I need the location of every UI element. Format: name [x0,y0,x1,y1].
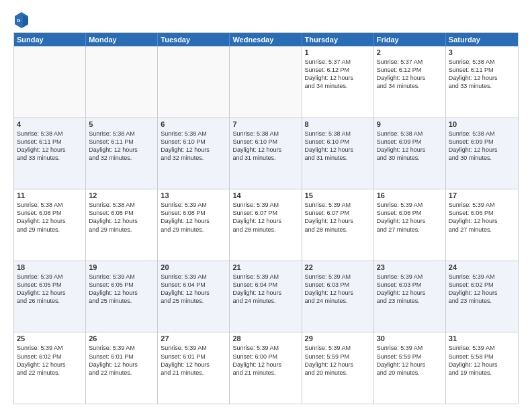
day-cell-5: 5Sunrise: 5:38 AMSunset: 6:11 PMDaylight… [86,118,158,189]
day-info: Sunrise: 5:39 AMSunset: 6:06 PMDaylight:… [377,201,443,234]
logo-icon: G [13,11,30,30]
day-cell-15: 15Sunrise: 5:39 AMSunset: 6:07 PMDayligh… [302,189,374,261]
day-cell-3: 3Sunrise: 5:38 AMSunset: 6:11 PMDaylight… [446,46,518,118]
day-cell-13: 13Sunrise: 5:39 AMSunset: 6:08 PMDayligh… [158,189,230,261]
day-cell-2: 2Sunrise: 5:37 AMSunset: 6:12 PMDaylight… [374,46,446,118]
day-number: 6 [161,120,226,128]
day-number: 19 [89,263,154,271]
day-number: 14 [232,191,298,199]
day-info: Sunrise: 5:37 AMSunset: 6:12 PMDaylight:… [305,58,371,91]
day-cell-8: 8Sunrise: 5:38 AMSunset: 6:10 PMDaylight… [302,118,374,189]
day-number: 9 [377,120,443,128]
calendar-body: 1Sunrise: 5:37 AMSunset: 6:12 PMDaylight… [14,46,518,404]
day-number: 26 [89,334,154,342]
day-cell-27: 27Sunrise: 5:39 AMSunset: 6:01 PMDayligh… [158,332,230,404]
day-cell-4: 4Sunrise: 5:38 AMSunset: 6:11 PMDaylight… [14,118,86,189]
day-number: 5 [89,120,154,128]
day-number: 31 [449,334,515,342]
header-day-wednesday: Wednesday [230,33,302,46]
day-number: 16 [377,191,443,199]
day-number: 3 [449,48,515,56]
day-info: Sunrise: 5:39 AMSunset: 6:06 PMDaylight:… [449,201,515,234]
day-cell-29: 29Sunrise: 5:39 AMSunset: 5:59 PMDayligh… [302,332,374,404]
day-cell-31: 31Sunrise: 5:39 AMSunset: 5:58 PMDayligh… [446,332,518,404]
day-info: Sunrise: 5:39 AMSunset: 6:07 PMDaylight:… [232,201,298,234]
day-info: Sunrise: 5:39 AMSunset: 6:05 PMDaylight:… [17,273,83,306]
day-info: Sunrise: 5:39 AMSunset: 6:01 PMDaylight:… [161,344,226,377]
empty-cell [86,46,158,118]
day-info: Sunrise: 5:39 AMSunset: 5:59 PMDaylight:… [377,344,443,377]
day-number: 24 [449,263,515,271]
header-day-sunday: Sunday [14,33,86,46]
day-info: Sunrise: 5:38 AMSunset: 6:08 PMDaylight:… [89,201,154,234]
day-number: 8 [305,120,371,128]
day-cell-17: 17Sunrise: 5:39 AMSunset: 6:06 PMDayligh… [446,189,518,261]
header: G [13,11,519,30]
day-cell-22: 22Sunrise: 5:39 AMSunset: 6:03 PMDayligh… [302,261,374,332]
day-info: Sunrise: 5:39 AMSunset: 6:02 PMDaylight:… [449,273,515,306]
day-number: 18 [17,263,83,271]
day-cell-23: 23Sunrise: 5:39 AMSunset: 6:03 PMDayligh… [374,261,446,332]
day-number: 15 [305,191,371,199]
page: G SundayMondayTuesdayWednesdayThursdayFr… [0,0,532,411]
day-number: 28 [232,334,298,342]
day-cell-19: 19Sunrise: 5:39 AMSunset: 6:05 PMDayligh… [86,261,158,332]
day-cell-16: 16Sunrise: 5:39 AMSunset: 6:06 PMDayligh… [374,189,446,261]
day-info: Sunrise: 5:39 AMSunset: 6:03 PMDaylight:… [377,273,443,306]
day-number: 17 [449,191,515,199]
day-number: 1 [305,48,371,56]
day-number: 4 [17,120,83,128]
day-number: 10 [449,120,515,128]
day-number: 29 [305,334,371,342]
empty-cell [14,46,86,118]
day-info: Sunrise: 5:39 AMSunset: 5:59 PMDaylight:… [305,344,371,377]
day-number: 12 [89,191,154,199]
week-row-0: 1Sunrise: 5:37 AMSunset: 6:12 PMDaylight… [14,46,518,118]
header-day-tuesday: Tuesday [158,33,230,46]
day-info: Sunrise: 5:38 AMSunset: 6:09 PMDaylight:… [377,130,443,163]
day-info: Sunrise: 5:39 AMSunset: 6:04 PMDaylight:… [161,273,226,306]
day-cell-24: 24Sunrise: 5:39 AMSunset: 6:02 PMDayligh… [446,261,518,332]
week-row-4: 25Sunrise: 5:39 AMSunset: 6:02 PMDayligh… [14,332,518,404]
day-info: Sunrise: 5:39 AMSunset: 6:00 PMDaylight:… [232,344,298,377]
day-number: 2 [377,48,443,56]
day-cell-7: 7Sunrise: 5:38 AMSunset: 6:10 PMDaylight… [230,118,302,189]
day-number: 30 [377,334,443,342]
day-info: Sunrise: 5:39 AMSunset: 5:58 PMDaylight:… [449,344,515,377]
svg-text:G: G [17,18,21,23]
empty-cell [158,46,230,118]
week-row-2: 11Sunrise: 5:38 AMSunset: 6:08 PMDayligh… [14,189,518,261]
header-day-friday: Friday [374,33,446,46]
day-cell-28: 28Sunrise: 5:39 AMSunset: 6:00 PMDayligh… [230,332,302,404]
day-number: 7 [232,120,298,128]
day-number: 20 [161,263,226,271]
day-number: 22 [305,263,371,271]
day-info: Sunrise: 5:38 AMSunset: 6:11 PMDaylight:… [89,130,154,163]
day-cell-1: 1Sunrise: 5:37 AMSunset: 6:12 PMDaylight… [302,46,374,118]
day-info: Sunrise: 5:38 AMSunset: 6:10 PMDaylight:… [232,130,298,163]
day-cell-18: 18Sunrise: 5:39 AMSunset: 6:05 PMDayligh… [14,261,86,332]
day-info: Sunrise: 5:39 AMSunset: 6:07 PMDaylight:… [305,201,371,234]
day-number: 13 [161,191,226,199]
day-info: Sunrise: 5:39 AMSunset: 6:01 PMDaylight:… [89,344,154,377]
day-number: 25 [17,334,83,342]
day-info: Sunrise: 5:39 AMSunset: 6:02 PMDaylight:… [17,344,83,377]
header-day-monday: Monday [86,33,158,46]
week-row-1: 4Sunrise: 5:38 AMSunset: 6:11 PMDaylight… [14,118,518,190]
day-cell-6: 6Sunrise: 5:38 AMSunset: 6:10 PMDaylight… [158,118,230,189]
day-info: Sunrise: 5:38 AMSunset: 6:08 PMDaylight:… [17,201,83,234]
day-cell-21: 21Sunrise: 5:39 AMSunset: 6:04 PMDayligh… [230,261,302,332]
day-cell-9: 9Sunrise: 5:38 AMSunset: 6:09 PMDaylight… [374,118,446,189]
logo: G [13,11,32,30]
day-cell-11: 11Sunrise: 5:38 AMSunset: 6:08 PMDayligh… [14,189,86,261]
day-info: Sunrise: 5:38 AMSunset: 6:11 PMDaylight:… [449,58,515,91]
day-info: Sunrise: 5:39 AMSunset: 6:03 PMDaylight:… [305,273,371,306]
day-number: 21 [232,263,298,271]
day-cell-26: 26Sunrise: 5:39 AMSunset: 6:01 PMDayligh… [86,332,158,404]
week-row-3: 18Sunrise: 5:39 AMSunset: 6:05 PMDayligh… [14,261,518,333]
day-info: Sunrise: 5:39 AMSunset: 6:08 PMDaylight:… [161,201,226,234]
day-cell-25: 25Sunrise: 5:39 AMSunset: 6:02 PMDayligh… [14,332,86,404]
day-info: Sunrise: 5:38 AMSunset: 6:10 PMDaylight:… [305,130,371,163]
day-info: Sunrise: 5:38 AMSunset: 6:10 PMDaylight:… [161,130,226,163]
calendar: SundayMondayTuesdayWednesdayThursdayFrid… [13,32,519,404]
